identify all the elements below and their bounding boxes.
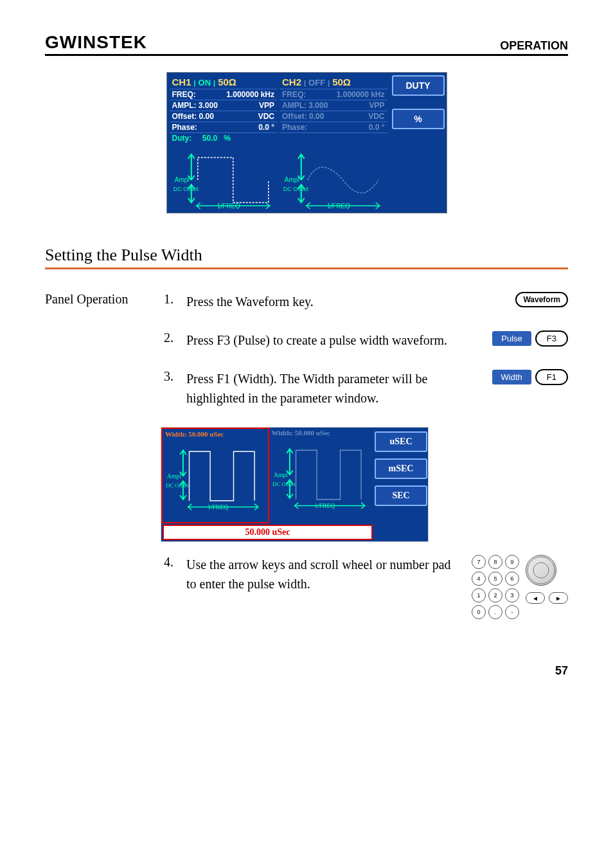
softkey-percent[interactable]: % bbox=[392, 109, 445, 129]
ch1-title: CH1 bbox=[172, 77, 191, 87]
key-1[interactable]: 1 bbox=[472, 588, 486, 602]
f1-key[interactable]: F1 bbox=[535, 369, 568, 385]
ch1-panel: CH1 | ON | 50Ω FREQ:1.000000 kHz AMPL: 3… bbox=[170, 75, 278, 210]
svg-text:1/FREQ: 1/FREQ bbox=[217, 203, 240, 209]
key-0[interactable]: 0 bbox=[472, 605, 486, 619]
softkey-sec[interactable]: SEC bbox=[375, 485, 427, 506]
width-ch1: Width: 50.000 uSec Ampl DC Offset 1/FREQ bbox=[161, 428, 269, 523]
svg-point-13 bbox=[533, 563, 549, 578]
ch2-imp: 50Ω bbox=[332, 77, 351, 87]
ch2-waveform: Ampl DC Offset 1/FREQ bbox=[281, 145, 386, 209]
page-number: 57 bbox=[45, 664, 568, 678]
svg-text:DC Offset: DC Offset bbox=[166, 482, 189, 489]
brand-logo: GWINSTEK bbox=[45, 32, 147, 53]
step-1: 1. Press the Waveform key. Waveform bbox=[161, 292, 568, 311]
scroll-wheel[interactable] bbox=[526, 555, 556, 586]
ch2-panel: CH2 | OFF | 50Ω FREQ:1.000000 kHz AMPL: … bbox=[280, 75, 387, 210]
key-9[interactable]: 9 bbox=[505, 555, 519, 569]
step-4: 4. Use the arrow keys and scroll wheel o… bbox=[161, 555, 568, 619]
waveform-key[interactable]: Waveform bbox=[515, 292, 568, 307]
ch1-imp: 50Ω bbox=[218, 77, 236, 87]
arrow-right-key[interactable]: ► bbox=[549, 592, 568, 604]
device-screen-width: Width: 50.000 uSec Ampl DC Offset 1/FREQ bbox=[161, 427, 429, 542]
key-3[interactable]: 3 bbox=[505, 588, 519, 602]
page-header: GWINSTEK OPERATION bbox=[45, 32, 568, 56]
key-dot[interactable]: . bbox=[488, 605, 502, 619]
width-ch1-wave: Ampl DC Offset 1/FREQ bbox=[163, 439, 268, 513]
softkey-duty[interactable]: DUTY bbox=[392, 75, 445, 96]
ch2-title: CH2 bbox=[282, 77, 301, 87]
softkey-msec[interactable]: mSEC bbox=[375, 458, 427, 479]
svg-text:Ampl: Ampl bbox=[174, 176, 189, 183]
svg-text:DC Offset: DC Offset bbox=[272, 481, 296, 487]
step-2: 2. Press F3 (Pulse) to create a pulse wi… bbox=[161, 330, 568, 350]
key-5[interactable]: 5 bbox=[488, 572, 502, 586]
section-heading: Setting the Pulse Width bbox=[45, 246, 568, 269]
softkey-pulse[interactable]: Pulse bbox=[492, 331, 531, 346]
key-7[interactable]: 7 bbox=[472, 555, 486, 569]
svg-text:1/FREQ: 1/FREQ bbox=[208, 503, 228, 511]
ch1-state: ON bbox=[199, 78, 211, 87]
svg-text:Ampl: Ampl bbox=[274, 471, 288, 478]
ch2-state: OFF bbox=[308, 78, 325, 87]
svg-text:Ampl: Ampl bbox=[285, 176, 299, 183]
width-ch2-wave: Ampl DC Offset 1/FREQ bbox=[269, 438, 375, 512]
svg-text:DC Offset: DC Offset bbox=[173, 186, 199, 192]
f3-key[interactable]: F3 bbox=[535, 330, 568, 347]
section-name: OPERATION bbox=[500, 39, 568, 53]
key-4[interactable]: 4 bbox=[472, 572, 486, 586]
panel-operation-label: Panel Operation bbox=[45, 292, 148, 638]
softkey-usec[interactable]: uSEC bbox=[375, 431, 427, 452]
device-screen-duty: CH1 | ON | 50Ω FREQ:1.000000 kHz AMPL: 3… bbox=[166, 72, 447, 213]
svg-text:1/FREQ: 1/FREQ bbox=[314, 502, 335, 509]
number-pad[interactable]: 7 8 9 4 5 6 1 2 3 0 . - bbox=[472, 555, 519, 619]
svg-text:1/FREQ: 1/FREQ bbox=[327, 203, 350, 209]
step-3: 3. Press F1 (Width). The Width parameter… bbox=[161, 369, 568, 408]
key-8[interactable]: 8 bbox=[488, 555, 502, 569]
svg-text:DC Offset: DC Offset bbox=[283, 186, 309, 192]
arrow-left-key[interactable]: ◄ bbox=[526, 592, 545, 604]
softkey-width[interactable]: Width bbox=[492, 370, 531, 384]
key-minus[interactable]: - bbox=[505, 605, 519, 619]
ch1-waveform: Ampl DC Offset 1/FREQ bbox=[171, 145, 276, 209]
svg-text:Ampl: Ampl bbox=[167, 473, 181, 480]
width-ch2: Width: 50.000 uSec Ampl DC Offset 1/FREQ bbox=[269, 428, 375, 521]
key-2[interactable]: 2 bbox=[488, 588, 502, 602]
key-6[interactable]: 6 bbox=[505, 572, 519, 586]
width-value: 50.000 uSec bbox=[163, 525, 373, 540]
svg-point-12 bbox=[528, 557, 555, 584]
